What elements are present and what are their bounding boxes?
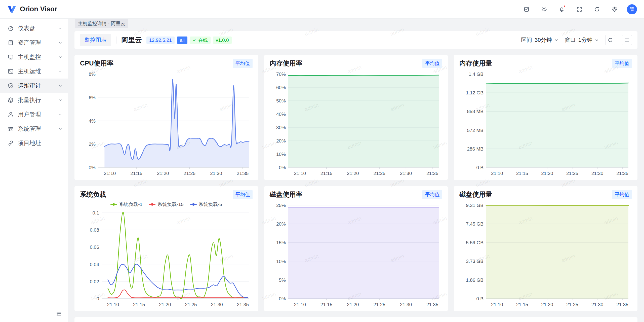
memory-usage-percent-chart[interactable]: 0%10%20%30%40%50%60%70%21:1021:1521:2021…: [270, 69, 442, 178]
user-icon: [8, 111, 14, 118]
legend-item[interactable]: 系统负载-15: [149, 201, 183, 208]
user-avatar[interactable]: 管: [627, 4, 637, 14]
sidebar: 仪表盘 资产管理 主机监控 主机运维 运维审计 批量执行: [0, 19, 68, 322]
svg-text:21:25: 21:25: [184, 171, 196, 176]
average-tag[interactable]: 平均值: [612, 190, 632, 199]
interval-value: 30分钟: [535, 36, 552, 44]
average-tag[interactable]: 平均值: [233, 59, 253, 68]
theme-toggle-icon[interactable]: [539, 4, 549, 15]
svg-text:0.04: 0.04: [90, 262, 99, 267]
svg-text:0: 0: [96, 296, 99, 301]
chevron-down-icon: [59, 82, 62, 89]
svg-text:5%: 5%: [279, 277, 286, 283]
chart-title: 磁盘使用量: [459, 190, 492, 199]
sidebar-item-ops-audit[interactable]: 运维审计: [0, 79, 68, 93]
svg-text:21:15: 21:15: [320, 302, 333, 307]
average-tag[interactable]: 平均值: [422, 59, 442, 68]
svg-text:10%: 10%: [276, 152, 286, 157]
sidebar-item-label: 主机监控: [18, 53, 41, 61]
legend-item[interactable]: 系统负载-1: [110, 201, 142, 208]
disk-usage-amount-chart[interactable]: 0 B1.86 GB3.73 GB5.59 GB7.45 GB9.31 GB21…: [459, 201, 632, 309]
sidebar-item-host-monitor[interactable]: 主机监控: [0, 50, 68, 64]
svg-text:0.06: 0.06: [90, 244, 99, 250]
chevron-down-icon: [595, 38, 599, 42]
average-tag[interactable]: 平均值: [233, 190, 253, 199]
svg-text:21:25: 21:25: [373, 302, 385, 307]
notifications-bell-icon[interactable]: [556, 4, 567, 15]
fullscreen-icon[interactable]: [574, 4, 585, 15]
svg-text:70%: 70%: [276, 71, 286, 77]
tasks-icon[interactable]: [521, 4, 532, 15]
sidebar-item-dashboard[interactable]: 仪表盘: [0, 21, 68, 35]
window-select[interactable]: 窗口 1分钟: [565, 36, 599, 44]
cpu-usage-chart[interactable]: 0%2%4%6%8%21:1021:1521:2021:2521:3021:35: [80, 69, 253, 178]
sidebar-item-label: 用户管理: [18, 111, 41, 118]
system-load-chart[interactable]: 00.020.040.060.080.121:1021:1521:2021:25…: [80, 201, 253, 309]
svg-text:21:30: 21:30: [591, 302, 603, 307]
svg-text:21:20: 21:20: [347, 302, 359, 307]
svg-text:21:30: 21:30: [400, 171, 412, 176]
interval-label: 区间: [521, 36, 532, 44]
svg-text:21:10: 21:10: [107, 302, 119, 307]
interval-select[interactable]: 区间 30分钟: [521, 36, 558, 44]
memory-usage-amount-chart[interactable]: 0 B286 MB572 MB858 MB1.12 GB1.4 GB21:102…: [459, 69, 632, 178]
svg-text:40%: 40%: [276, 112, 286, 117]
average-tag[interactable]: 平均值: [422, 190, 442, 199]
sidebar-item-batch-exec[interactable]: 批量执行: [0, 93, 68, 107]
chart-title: 系统负载: [80, 190, 106, 199]
chevron-down-icon: [554, 38, 558, 42]
legend-item[interactable]: 系统负载-5: [190, 201, 222, 208]
dashboard-gauge-icon: [8, 25, 14, 31]
sidebar-item-assets[interactable]: 资产管理: [0, 35, 68, 50]
svg-text:286 MB: 286 MB: [467, 146, 484, 152]
host-status-tag: ✓在线: [190, 37, 211, 44]
sidebar-item-label: 项目地址: [18, 139, 41, 147]
breadcrumb: 主机监控详情 - 阿里云: [68, 19, 644, 29]
svg-text:30%: 30%: [276, 125, 286, 130]
svg-text:1.12 GB: 1.12 GB: [466, 90, 484, 95]
shield-audit-icon: [8, 83, 14, 89]
svg-text:858 MB: 858 MB: [467, 109, 484, 114]
svg-text:25%: 25%: [276, 203, 286, 208]
average-tag[interactable]: 平均值: [612, 59, 632, 68]
svg-text:1.86 GB: 1.86 GB: [466, 277, 484, 283]
svg-text:21:15: 21:15: [320, 171, 333, 176]
svg-text:21:30: 21:30: [400, 302, 412, 307]
main-area: adminadminadminadminadminadminadminadmin…: [68, 19, 644, 322]
sidebar-collapse-icon[interactable]: [55, 309, 63, 318]
chart-config-menu-button[interactable]: [622, 35, 632, 45]
svg-text:21:25: 21:25: [566, 302, 578, 307]
svg-text:21:20: 21:20: [347, 171, 359, 176]
svg-text:50%: 50%: [276, 98, 286, 103]
svg-text:21:20: 21:20: [541, 302, 553, 307]
settings-gear-icon[interactable]: [609, 4, 620, 15]
chart-refresh-button[interactable]: [605, 35, 615, 45]
svg-text:21:10: 21:10: [294, 171, 306, 176]
svg-text:0.02: 0.02: [90, 279, 99, 284]
chevron-down-icon: [59, 97, 62, 103]
sidebar-item-project-link[interactable]: 项目地址: [0, 136, 68, 150]
svg-text:15%: 15%: [276, 240, 286, 245]
svg-text:21:35: 21:35: [237, 302, 249, 307]
svg-text:6%: 6%: [89, 95, 96, 100]
sidebar-item-user-mgmt[interactable]: 用户管理: [0, 107, 68, 122]
svg-text:21:35: 21:35: [616, 171, 628, 176]
svg-text:21:15: 21:15: [130, 171, 142, 176]
breadcrumb-chip[interactable]: 主机监控详情 - 阿里云: [75, 19, 128, 28]
document-icon: [8, 40, 14, 46]
refresh-icon[interactable]: [592, 4, 602, 15]
svg-text:2%: 2%: [89, 141, 96, 147]
sidebar-item-host-ops[interactable]: 主机运维: [0, 64, 68, 79]
svg-text:9.31 GB: 9.31 GB: [466, 203, 484, 208]
check-icon: ✓: [193, 38, 197, 43]
chart-title: 内存使用量: [459, 59, 492, 68]
svg-text:21:15: 21:15: [516, 302, 528, 307]
svg-text:0.1: 0.1: [93, 210, 99, 216]
link-icon: [8, 140, 14, 146]
monitor-chart-button[interactable]: 监控图表: [80, 34, 111, 46]
chart-legend: 系统负载-1系统负载-15系统负载-5: [80, 201, 253, 208]
disk-usage-percent-chart[interactable]: 0%5%10%15%20%25%21:1021:1521:2021:2521:3…: [270, 201, 442, 309]
svg-text:10%: 10%: [276, 259, 286, 264]
sidebar-item-system-mgmt[interactable]: 系统管理: [0, 122, 68, 136]
svg-text:21:15: 21:15: [133, 302, 145, 307]
